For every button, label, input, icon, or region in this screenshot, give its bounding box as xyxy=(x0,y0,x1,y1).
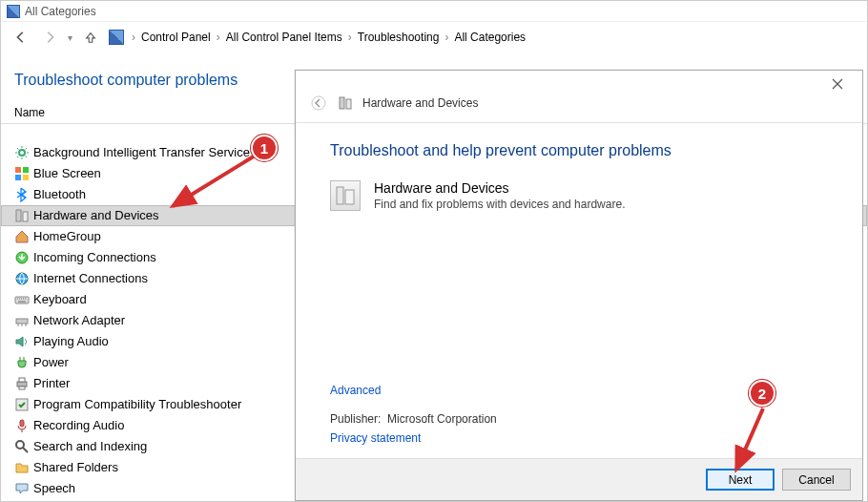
item-subtitle: Find and fix problems with devices and h… xyxy=(374,198,625,211)
close-icon xyxy=(832,78,843,90)
nav-forward-button[interactable] xyxy=(39,27,60,48)
svg-rect-12 xyxy=(19,378,25,382)
svg-rect-21 xyxy=(346,99,351,109)
publisher-value: Microsoft Corporation xyxy=(387,412,497,426)
svg-rect-10 xyxy=(16,319,28,324)
nav-back-button[interactable] xyxy=(10,27,31,48)
explorer-window: All Categories ▾ › Control Panel › All C… xyxy=(0,0,868,502)
svg-rect-6 xyxy=(23,212,28,221)
list-item-label: Playing Audio xyxy=(33,333,109,350)
svg-rect-2 xyxy=(23,167,29,173)
troubleshooter-item[interactable]: Hardware and Devices Find and fix proble… xyxy=(330,180,828,211)
plug-icon xyxy=(14,355,30,370)
gear-icon xyxy=(14,145,30,160)
folder-icon xyxy=(14,460,30,475)
net-icon xyxy=(14,313,30,328)
printer-icon xyxy=(14,376,30,391)
publisher-line: Publisher: Microsoft Corporation xyxy=(330,412,828,426)
svg-rect-5 xyxy=(16,210,21,221)
arrow-left-icon xyxy=(311,95,326,111)
svg-point-19 xyxy=(312,96,325,110)
svg-rect-15 xyxy=(20,420,24,427)
list-item-label: Power xyxy=(33,354,69,371)
list-item-label: Recording Audio xyxy=(33,417,124,434)
device-icon xyxy=(330,180,361,211)
dialog-back-button[interactable] xyxy=(309,94,328,113)
device-icon xyxy=(14,208,30,223)
annotation-badge-1: 1 xyxy=(251,135,278,161)
home-icon xyxy=(14,229,30,244)
list-item-label: Internet Connections xyxy=(33,270,148,287)
app-icon xyxy=(7,5,20,18)
list-item-label: Background Intelligent Transfer Service xyxy=(33,144,250,161)
publisher-label: Publisher: xyxy=(330,412,381,426)
troubleshooter-dialog: Hardware and Devices Troubleshoot and he… xyxy=(295,70,863,501)
svg-point-0 xyxy=(19,150,25,156)
list-item-label: Incoming Connections xyxy=(33,249,156,266)
crumb-all-items[interactable]: All Control Panel Items xyxy=(226,31,342,44)
list-item-label: Speech xyxy=(33,480,75,497)
tiles-icon xyxy=(14,166,30,181)
crumb-all-categories[interactable]: All Categories xyxy=(454,31,526,44)
crumb-control-panel[interactable]: Control Panel xyxy=(141,31,211,44)
mic-icon xyxy=(14,418,30,433)
svg-rect-11 xyxy=(17,382,27,387)
arrow-right-icon xyxy=(43,31,56,44)
list-item-label: Printer xyxy=(33,375,70,392)
breadcrumb[interactable]: › Control Panel › All Control Panel Item… xyxy=(109,30,526,45)
svg-rect-3 xyxy=(15,175,21,180)
recent-locations-dropdown[interactable]: ▾ xyxy=(68,32,72,43)
chevron-right-icon: › xyxy=(132,31,135,44)
list-item-label: Shared Folders xyxy=(33,459,118,476)
list-item-label: Bluetooth xyxy=(33,186,86,203)
bt-icon xyxy=(14,187,30,202)
svg-rect-9 xyxy=(15,297,29,303)
item-title: Hardware and Devices xyxy=(374,180,625,196)
annotation-badge-2: 2 xyxy=(749,380,775,407)
list-item-label: Network Adapter xyxy=(33,312,125,329)
list-item-label: HomeGroup xyxy=(33,228,101,245)
next-button[interactable]: Next xyxy=(706,469,775,491)
nav-up-button[interactable] xyxy=(80,27,101,48)
svg-rect-13 xyxy=(19,387,25,389)
svg-rect-4 xyxy=(23,175,29,180)
privacy-statement-link[interactable]: Privacy statement xyxy=(330,431,828,445)
arrow-left-icon xyxy=(14,31,28,44)
dialog-header-title: Hardware and Devices xyxy=(362,96,478,110)
svg-point-16 xyxy=(16,441,24,449)
svg-rect-23 xyxy=(345,190,354,204)
speech-icon xyxy=(14,481,30,496)
crumb-troubleshooting[interactable]: Troubleshooting xyxy=(358,31,440,44)
speaker-icon xyxy=(14,334,30,349)
svg-rect-22 xyxy=(337,187,343,204)
chevron-right-icon: › xyxy=(217,31,220,44)
navbar: ▾ › Control Panel › All Control Panel It… xyxy=(1,22,867,52)
list-item-label: Search and Indexing xyxy=(33,438,147,455)
control-panel-icon xyxy=(109,30,124,45)
list-item-label: Hardware and Devices xyxy=(33,207,159,224)
prog-icon xyxy=(14,397,30,412)
list-item-label: Keyboard xyxy=(33,291,87,308)
titlebar: All Categories xyxy=(1,1,867,22)
list-item-label: Program Compatibility Troubleshooter xyxy=(33,396,241,413)
search-icon xyxy=(14,439,30,454)
kbd-icon xyxy=(14,292,30,307)
chevron-right-icon: › xyxy=(444,31,448,44)
arrow-up-icon xyxy=(84,31,97,44)
svg-rect-20 xyxy=(340,97,344,109)
cancel-button[interactable]: Cancel xyxy=(782,469,851,491)
dialog-footer: Next Cancel xyxy=(296,458,862,500)
dialog-close-button[interactable] xyxy=(820,74,855,94)
chevron-right-icon: › xyxy=(348,31,352,44)
svg-rect-1 xyxy=(15,167,21,173)
net-in-icon xyxy=(14,250,30,265)
window-title: All Categories xyxy=(25,5,96,18)
device-icon xyxy=(338,95,353,111)
list-item-label: Blue Screen xyxy=(33,165,101,182)
dialog-main-heading: Troubleshoot and help prevent computer p… xyxy=(330,142,828,159)
globe-icon xyxy=(14,271,30,286)
